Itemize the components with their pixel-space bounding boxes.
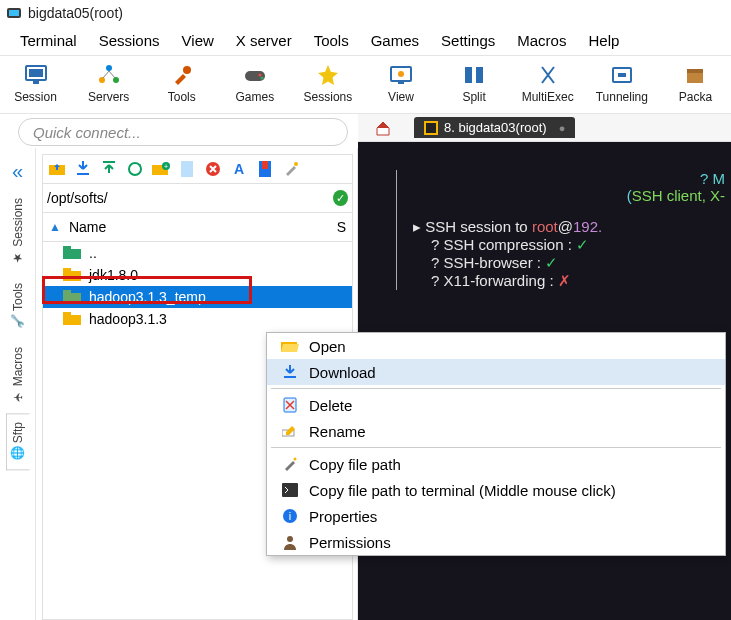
svg-rect-1 bbox=[9, 10, 19, 16]
svg-rect-35 bbox=[63, 249, 81, 259]
svg-point-34 bbox=[294, 162, 298, 166]
toolbar-multiexec[interactable]: MultiExec bbox=[522, 62, 574, 104]
ctx-delete[interactable]: Delete bbox=[267, 392, 725, 418]
sftp-toolbar: + A bbox=[42, 154, 353, 184]
ctx-download[interactable]: Download bbox=[267, 359, 725, 385]
toolbar-tunneling[interactable]: Tunneling bbox=[596, 62, 648, 104]
file-row-hadoop[interactable]: hadoop3.1.3 bbox=[43, 308, 352, 330]
svg-rect-25 bbox=[103, 161, 115, 163]
editor-tab-bar: 8. bigdata03(root) ● bbox=[358, 114, 731, 142]
svg-rect-41 bbox=[63, 315, 81, 325]
toolbar-sessions[interactable]: Sessions bbox=[302, 62, 353, 104]
folder-up-icon[interactable] bbox=[47, 159, 67, 179]
bookmark-icon[interactable] bbox=[255, 159, 275, 179]
svg-text:i: i bbox=[289, 510, 291, 522]
file-row-hadoop-temp[interactable]: hadoop3.1.3_temp bbox=[43, 286, 352, 308]
rail-tab-sessions[interactable]: ★Sessions bbox=[6, 189, 30, 274]
ctx-rename[interactable]: Rename bbox=[267, 418, 725, 444]
toolbar-split[interactable]: Split bbox=[449, 62, 500, 104]
menu-bar: Terminal Sessions View X server Tools Ga… bbox=[0, 26, 731, 56]
menu-view[interactable]: View bbox=[174, 30, 222, 51]
folder-icon bbox=[63, 268, 81, 282]
info-icon: i bbox=[281, 507, 299, 525]
svg-rect-20 bbox=[618, 73, 626, 77]
refresh-icon[interactable] bbox=[125, 159, 145, 179]
home-icon bbox=[374, 119, 392, 137]
col-name: Name bbox=[69, 219, 106, 235]
wand-icon[interactable] bbox=[281, 159, 301, 179]
path-bar: ✓ bbox=[42, 184, 353, 213]
ctx-open[interactable]: Open bbox=[267, 333, 725, 359]
svg-rect-22 bbox=[687, 69, 703, 73]
toolbar-servers[interactable]: Servers bbox=[83, 62, 134, 104]
rail-tab-sftp[interactable]: 🌐Sftp bbox=[6, 413, 30, 470]
split-icon bbox=[461, 62, 487, 88]
svg-rect-30 bbox=[181, 161, 193, 177]
toolbar-games[interactable]: Games bbox=[229, 62, 280, 104]
rail-collapse-chevron-icon[interactable]: « bbox=[12, 154, 23, 189]
svg-rect-44 bbox=[426, 123, 436, 133]
svg-rect-17 bbox=[465, 67, 472, 83]
terminal-icon bbox=[424, 121, 438, 135]
svg-rect-39 bbox=[63, 293, 81, 303]
toolbar-packages[interactable]: Packa bbox=[670, 62, 721, 104]
menu-terminal[interactable]: Terminal bbox=[12, 30, 85, 51]
star-icon: ★ bbox=[11, 251, 25, 265]
terminal-icon bbox=[281, 481, 299, 499]
menu-macros[interactable]: Macros bbox=[509, 30, 574, 51]
rail-tab-macros[interactable]: ✈Macros bbox=[6, 338, 30, 413]
context-menu: Open Download Delete Rename Copy file pa… bbox=[266, 332, 726, 556]
svg-point-7 bbox=[113, 77, 119, 83]
ctx-separator bbox=[271, 388, 721, 389]
wrench-icon: 🔧 bbox=[11, 315, 25, 329]
tunnel-icon bbox=[609, 62, 635, 88]
menu-sessions[interactable]: Sessions bbox=[91, 30, 168, 51]
file-list-header[interactable]: ▲ Name S bbox=[42, 213, 353, 242]
rail-tab-tools[interactable]: 🔧Tools bbox=[6, 274, 30, 338]
svg-rect-24 bbox=[77, 173, 89, 175]
col-size: S bbox=[337, 219, 346, 235]
upload-icon[interactable] bbox=[99, 159, 119, 179]
tab-session-bigdata03[interactable]: 8. bigdata03(root) ● bbox=[414, 117, 575, 138]
menu-games[interactable]: Games bbox=[363, 30, 427, 51]
ctx-properties[interactable]: iProperties bbox=[267, 503, 725, 529]
new-folder-icon[interactable]: + bbox=[151, 159, 171, 179]
svg-point-12 bbox=[258, 74, 261, 77]
svg-rect-33 bbox=[262, 161, 268, 169]
window-title: bigdata05(root) bbox=[28, 5, 123, 21]
ctx-copy-path[interactable]: Copy file path bbox=[267, 451, 725, 477]
svg-rect-3 bbox=[29, 69, 43, 77]
toolbar-view[interactable]: View bbox=[375, 62, 426, 104]
file-row-up[interactable]: .. bbox=[43, 242, 352, 264]
wrench-icon bbox=[169, 62, 195, 88]
path-ok-icon: ✓ bbox=[333, 190, 348, 206]
folder-up-icon bbox=[63, 246, 81, 260]
new-file-icon[interactable] bbox=[177, 159, 197, 179]
toolbar-tools[interactable]: Tools bbox=[156, 62, 207, 104]
package-icon bbox=[682, 62, 708, 88]
rename-icon bbox=[281, 422, 299, 440]
tab-home[interactable] bbox=[366, 117, 400, 139]
folder-open-icon bbox=[281, 337, 299, 355]
delete-icon[interactable] bbox=[203, 159, 223, 179]
svg-point-13 bbox=[260, 77, 263, 80]
close-icon[interactable]: ● bbox=[559, 122, 566, 134]
title-bar: bigdata05(root) bbox=[0, 0, 731, 26]
svg-point-53 bbox=[287, 536, 293, 542]
menu-tools[interactable]: Tools bbox=[306, 30, 357, 51]
quick-connect-input[interactable]: Quick connect... bbox=[18, 118, 348, 146]
download-icon[interactable] bbox=[73, 159, 93, 179]
ctx-copy-path-terminal[interactable]: Copy file path to terminal (Middle mouse… bbox=[267, 477, 725, 503]
ctx-permissions[interactable]: Permissions bbox=[267, 529, 725, 555]
path-input[interactable] bbox=[47, 190, 327, 206]
menu-settings[interactable]: Settings bbox=[433, 30, 503, 51]
view-icon bbox=[388, 62, 414, 88]
file-row-jdk[interactable]: jdk1.8.0 bbox=[43, 264, 352, 286]
delete-icon bbox=[281, 396, 299, 414]
monitor-icon bbox=[23, 62, 49, 88]
text-icon[interactable]: A bbox=[229, 159, 249, 179]
menu-xserver[interactable]: X server bbox=[228, 30, 300, 51]
svg-point-6 bbox=[99, 77, 105, 83]
menu-help[interactable]: Help bbox=[580, 30, 627, 51]
toolbar-session[interactable]: Session bbox=[10, 62, 61, 104]
